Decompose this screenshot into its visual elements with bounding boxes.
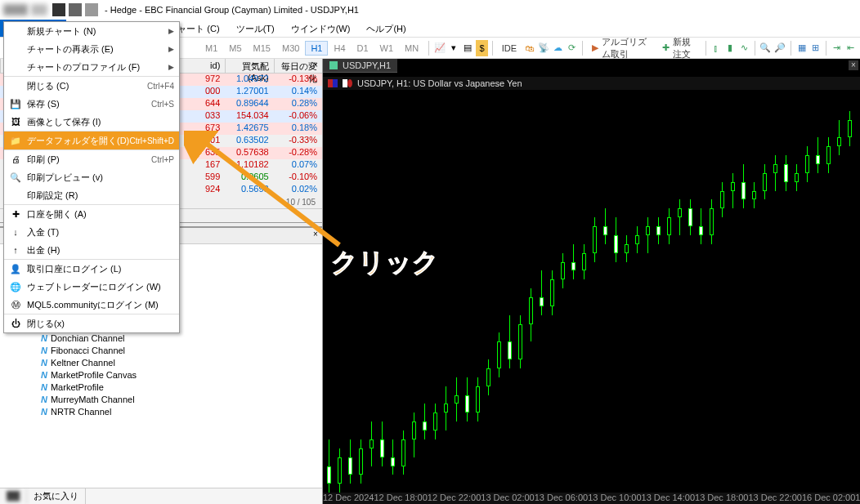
nav-indicator[interactable]: NMarketProfile Canvas <box>0 368 322 381</box>
menu-item[interactable]: 新規チャート (N)▶ <box>4 22 179 40</box>
grid-icon[interactable]: ▦ <box>795 40 808 56</box>
ide-button[interactable]: IDE <box>497 41 522 56</box>
blurred-section <box>31 4 47 16</box>
auto-shift-icon[interactable]: ⇤ <box>844 40 857 56</box>
menu-item[interactable]: 💾保存 (S)Ctrl+S <box>4 95 179 113</box>
timeframe-mn[interactable]: MN <box>399 41 424 56</box>
menu-tools[interactable]: ツール(T) <box>228 20 283 37</box>
chart-tab[interactable]: USDJPY,H1 <box>323 59 397 73</box>
market-icon[interactable]: 🛍 <box>523 40 535 56</box>
timeframe-m1[interactable]: M1 <box>199 41 223 56</box>
timeframe-m30[interactable]: M30 <box>276 41 305 56</box>
nav-tab[interactable]: ▓▓ <box>0 488 27 504</box>
signal-icon[interactable]: 📡 <box>537 40 550 56</box>
titlebar: - Hedge - EBC Financial Group (Cayman) L… <box>0 0 860 20</box>
menu-item[interactable]: チャートの再表示 (E)▶ <box>4 40 179 58</box>
close-icon[interactable]: × <box>311 230 320 239</box>
menu-item[interactable]: ⓂMQL5.communityにログイン (M) <box>4 296 179 314</box>
blurred-section <box>3 4 28 16</box>
menu-item[interactable]: ↓入金 (T) <box>4 223 179 241</box>
nav-indicator[interactable]: NFibonacci Channel <box>0 344 322 356</box>
navigator-tabs: ▓▓ お気に入り <box>0 488 322 504</box>
timeframe-m15[interactable]: M15 <box>248 41 276 56</box>
chart-tab-icon <box>329 61 338 69</box>
chart-style-icon[interactable]: ▤ <box>462 40 474 56</box>
zoom-out-icon[interactable]: 🔎 <box>773 40 786 56</box>
timeframe-h4[interactable]: H4 <box>328 41 351 56</box>
candle-chart-icon[interactable]: ▮ <box>724 40 737 56</box>
menu-item[interactable]: 🔍印刷プレビュー (v) <box>4 168 179 186</box>
menu-item[interactable]: 🖼画像として保存 (I) <box>4 113 179 131</box>
nav-indicator[interactable]: NKeltner Channel <box>0 356 322 368</box>
nav-indicator[interactable]: NMurreyMath Channel <box>0 393 322 405</box>
zoom-in-icon[interactable]: 🔍 <box>759 40 772 56</box>
us-flag-icon <box>328 79 338 87</box>
chart-title: USDJPY, H1: US Dollar vs Japanese Yen <box>323 77 860 90</box>
menu-window[interactable]: ウインドウ(W) <box>283 20 359 37</box>
menu-item[interactable]: 閉じる (C)Ctrl+F4 <box>4 77 179 95</box>
menubar: ファイル (F) 表示 (V) 挿入 (I) チャート (C) ツール(T) ウ… <box>0 20 860 38</box>
refresh-icon[interactable]: ⟳ <box>566 40 578 56</box>
menu-item[interactable]: 👤取引口座にログイン (L) <box>4 260 179 278</box>
line-chart-icon[interactable]: ∿ <box>738 40 750 56</box>
nav-tab-favorites[interactable]: お気に入り <box>27 488 86 504</box>
close-icon[interactable]: × <box>311 60 320 70</box>
nav-indicator[interactable]: NNRTR Channel <box>0 405 322 417</box>
timeframe-m5[interactable]: M5 <box>223 41 247 56</box>
nav-indicator[interactable]: NDonchian Channel <box>0 332 322 344</box>
menu-item[interactable]: チャートのプロファイル (F)▶ <box>4 58 179 76</box>
titlebar-icons <box>52 3 98 16</box>
timeframe-selector: M1M5M15M30H1H4D1W1MN <box>199 41 424 56</box>
window-icon[interactable]: ⊞ <box>809 40 822 56</box>
timeframe-h1[interactable]: H1 <box>305 41 328 56</box>
chart-dropdown-icon[interactable]: ▾ <box>448 40 460 56</box>
file-dropdown: 新規チャート (N)▶チャートの再表示 (E)▶チャートのプロファイル (F)▶… <box>3 21 180 333</box>
jp-flag-icon <box>343 79 352 87</box>
menu-item[interactable]: ⏻閉じる(x) <box>4 314 179 332</box>
window-title: - Hedge - EBC Financial Group (Cayman) L… <box>105 5 359 15</box>
indicator-icon[interactable]: $ <box>476 40 488 56</box>
menu-item[interactable]: 📁データフォルダを開く(D)Ctrl+Shift+D <box>4 132 179 149</box>
nav-indicator[interactable]: NMarketProfile <box>0 381 322 393</box>
timeframe-d1[interactable]: D1 <box>352 41 374 56</box>
menu-item[interactable]: 🌐ウェブトレーダーにログイン (W) <box>4 278 179 296</box>
cloud-icon[interactable]: ☁ <box>552 40 564 56</box>
close-icon[interactable]: × <box>849 60 858 70</box>
menu-item[interactable]: 🖨印刷 (P)Ctrl+P <box>4 150 179 168</box>
menu-item[interactable]: ✚口座を開く (A) <box>4 205 179 223</box>
chart-area[interactable]: USDJPY, H1: US Dollar vs Japanese Yen <box>323 77 860 493</box>
chart-x-axis: 12 Dec 202412 Dec 18:0012 Dec 22:0013 De… <box>323 493 860 504</box>
shift-icon[interactable]: ⇥ <box>831 40 843 56</box>
chart-line-icon[interactable]: 📈 <box>433 40 446 56</box>
menu-item[interactable]: ↑出金 (H) <box>4 241 179 259</box>
menu-help[interactable]: ヘルプ(H) <box>358 20 414 37</box>
chart-panel: USDJPY,H1 × USDJPY, H1: US Dollar vs Jap… <box>323 59 860 504</box>
timeframe-w1[interactable]: W1 <box>374 41 400 56</box>
bar-chart-icon[interactable]: ⫿ <box>710 40 722 56</box>
menu-item[interactable]: 印刷設定 (R) <box>4 186 179 204</box>
